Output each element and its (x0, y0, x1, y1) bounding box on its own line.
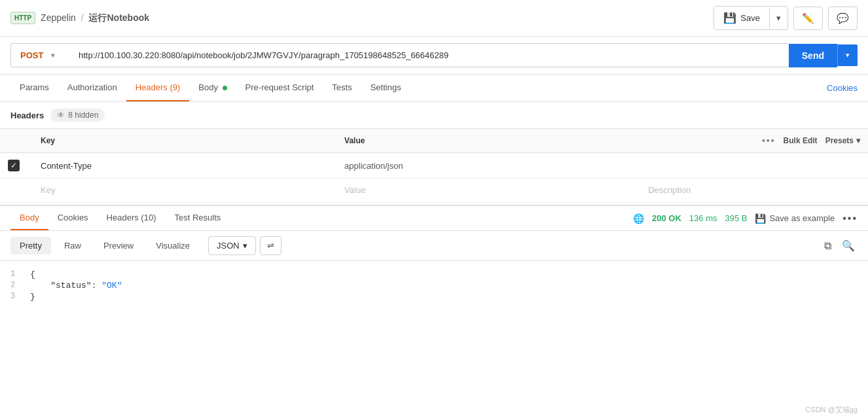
resp-view-pretty[interactable]: Pretty (10, 237, 51, 254)
code-content: "status": "OK" (30, 281, 122, 290)
response-code-view: 1 { 2 "status": "OK" 3 } (0, 261, 868, 310)
code-line-1: 1 { (0, 269, 868, 280)
resp-view-preview[interactable]: Preview (94, 237, 143, 254)
top-bar-left: HTTP Zeppelin / 运行Notebook (10, 12, 149, 24)
line-number: 1 (0, 270, 20, 279)
breadcrumb-app[interactable]: Zeppelin (41, 12, 76, 23)
col-description-header: ••• Bulk Edit Presets ▾ (640, 129, 868, 153)
presets-chevron: ▾ (856, 136, 860, 145)
resp-view-visualize[interactable]: Visualize (147, 237, 199, 254)
edit-icon-button[interactable]: ✏️ (793, 7, 823, 30)
status-code: 200 OK (652, 213, 681, 223)
chevron-down-icon: ▾ (776, 13, 781, 23)
code-content: } (30, 292, 35, 302)
row-desc-cell (640, 153, 868, 179)
save-example-button[interactable]: 💾 Save as example (755, 213, 835, 224)
table-row-placeholder: Key Value Description (0, 179, 868, 202)
code-line-3: 3 } (0, 291, 868, 302)
copy-icon: ⧉ (824, 240, 831, 251)
save-label: Save (740, 13, 760, 23)
save-button[interactable]: 💾 Save (714, 7, 769, 29)
url-input[interactable] (69, 43, 789, 67)
response-tab-body[interactable]: Body (10, 206, 48, 230)
save-dropdown-button[interactable]: ▾ (769, 8, 787, 28)
comment-icon-button[interactable]: 💬 (828, 7, 858, 30)
resp-view-raw[interactable]: Raw (55, 237, 90, 254)
response-tab-test-results[interactable]: Test Results (165, 206, 230, 230)
response-time: 136 ms (689, 213, 717, 223)
response-status-area: 🌐 200 OK 136 ms 395 B 💾 Save as example … (633, 213, 858, 224)
breadcrumb: Zeppelin / 运行Notebook (41, 12, 149, 24)
send-button-group: Send ▾ (789, 44, 858, 67)
headers-table-head: Key Value ••• Bulk Edit Presets ▾ (0, 129, 868, 153)
url-bar: POST ▾ Send ▾ (0, 37, 868, 75)
save-icon: 💾 (723, 12, 736, 24)
send-chevron-icon: ▾ (846, 51, 850, 59)
save-button-group: 💾 Save ▾ (714, 6, 788, 30)
resp-actions: ⧉ 🔍 (822, 237, 858, 254)
row-key-cell: Content-Type (33, 153, 336, 179)
format-select[interactable]: JSON ▾ (208, 236, 256, 255)
tab-body[interactable]: Body (189, 75, 236, 101)
col-key-header: Key (33, 129, 336, 153)
line-number: 3 (0, 292, 20, 302)
placeholder-check (0, 179, 33, 202)
placeholder-desc: Description (640, 179, 868, 202)
wrap-button[interactable]: ⇌ (260, 236, 281, 255)
tab-settings[interactable]: Settings (361, 75, 410, 101)
copy-button[interactable]: ⧉ (822, 237, 834, 254)
format-label: JSON (217, 241, 240, 251)
tab-params[interactable]: Params (10, 75, 58, 101)
body-dot (223, 86, 227, 90)
format-chevron: ▾ (243, 241, 247, 251)
response-tab-headers[interactable]: Headers (10) (98, 206, 166, 230)
globe-icon: 🌐 (633, 213, 644, 224)
header-key[interactable]: Content-Type (41, 161, 92, 171)
bulk-edit-button[interactable]: Bulk Edit (784, 136, 818, 145)
wrap-icon: ⇌ (267, 241, 274, 251)
request-tabs: Params Authorization Headers (9) Body Pr… (0, 75, 868, 102)
row-value-cell: application/json (336, 153, 640, 179)
search-icon: 🔍 (842, 240, 855, 251)
table-row: ✓ Content-Type application/json (0, 153, 868, 179)
line-number: 2 (0, 281, 20, 290)
eye-icon: 👁 (57, 111, 65, 120)
more-options-icon[interactable]: ••• (762, 135, 776, 146)
http-badge: HTTP (10, 12, 35, 24)
cookies-link[interactable]: Cookies (827, 75, 858, 101)
method-chevron: ▾ (51, 52, 54, 59)
row-checkbox-cell: ✓ (0, 153, 33, 179)
response-size: 395 B (725, 213, 747, 223)
search-button[interactable]: 🔍 (839, 237, 858, 254)
breadcrumb-current: 运行Notebook (88, 12, 149, 23)
headers-table: Key Value ••• Bulk Edit Presets ▾ ✓ (0, 129, 868, 202)
placeholder-value: Value (336, 179, 640, 202)
hidden-count: 8 hidden (68, 111, 98, 120)
save-example-icon: 💾 (755, 213, 766, 224)
send-button[interactable]: Send (789, 44, 837, 67)
breadcrumb-sep: / (81, 12, 84, 23)
save-example-label: Save as example (769, 213, 835, 223)
presets-button[interactable]: Presets ▾ (825, 136, 860, 145)
tab-tests[interactable]: Tests (323, 75, 361, 101)
hidden-headers-badge[interactable]: 👁 8 hidden (50, 109, 105, 122)
code-content: { (30, 270, 35, 279)
col-check-header (0, 129, 33, 153)
header-value[interactable]: application/json (344, 161, 403, 171)
top-bar-right: 💾 Save ▾ ✏️ 💬 (714, 6, 858, 30)
response-tabs: Body Cookies Headers (10) Test Results 🌐… (0, 205, 868, 231)
tab-headers[interactable]: Headers (9) (126, 75, 190, 101)
send-dropdown-button[interactable]: ▾ (837, 44, 858, 66)
tab-authorization[interactable]: Authorization (58, 75, 126, 101)
code-line-2: 2 "status": "OK" (0, 280, 868, 291)
watermark: CSDN @艾瑞gg (805, 405, 858, 415)
tab-pre-request[interactable]: Pre-request Script (236, 75, 323, 101)
headers-section-header: Headers 👁 8 hidden (0, 102, 868, 129)
checkbox-checked[interactable]: ✓ (8, 160, 20, 171)
method-select[interactable]: POST ▾ (10, 43, 69, 67)
top-bar: HTTP Zeppelin / 运行Notebook 💾 Save ▾ ✏️ 💬 (0, 0, 868, 37)
response-tab-cookies[interactable]: Cookies (48, 206, 98, 230)
response-more-button[interactable]: ••• (842, 213, 858, 224)
headers-title: Headers (10, 111, 44, 120)
method-label: POST (20, 50, 43, 60)
